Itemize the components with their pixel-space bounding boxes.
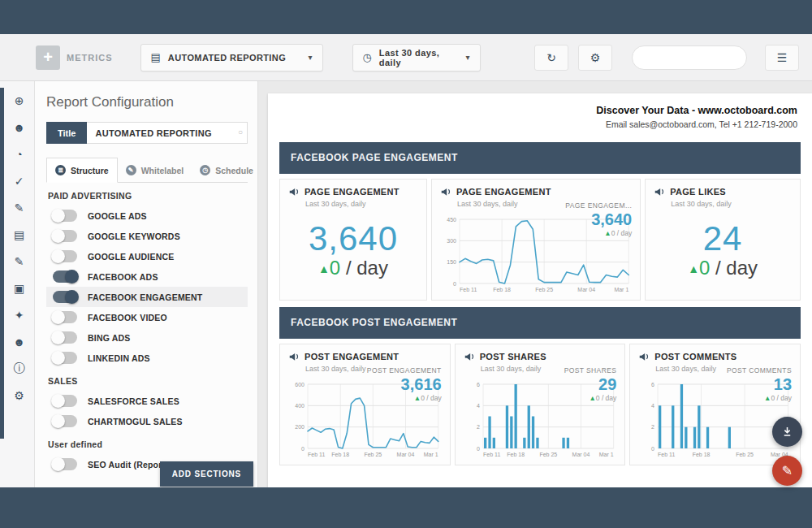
svg-text:Mar 1: Mar 1 [424, 452, 438, 457]
toggle-row: BING ADS [46, 327, 248, 348]
check-icon[interactable]: ✓ [11, 173, 28, 189]
tab-label: Structure [71, 166, 109, 175]
section-banner-page-engagement: FACEBOOK PAGE ENGAGEMENT [279, 142, 801, 174]
period-select[interactable]: ◷ Last 30 days, daily ▾ [352, 44, 481, 71]
toggle-switch[interactable] [53, 291, 77, 303]
contact-line: Email sales@octoboard.com, Tel +1 212-71… [283, 119, 797, 129]
svg-text:Feb 18: Feb 18 [331, 452, 349, 457]
tab-structure[interactable]: ≣Structure [46, 158, 118, 183]
metrics-label: METRICS [67, 53, 113, 63]
svg-text:6: 6 [477, 382, 480, 387]
briefcase-icon[interactable]: ▣ [11, 280, 28, 296]
toggle-switch[interactable] [53, 352, 77, 364]
svg-text:Mar 04: Mar 04 [572, 452, 590, 457]
left-icon-rail: ⊕☻◔✓✎▤✎▣✦☻ⓘ⚙ [0, 81, 35, 487]
section-heading: User defined [48, 439, 248, 449]
svg-text:Feb 11: Feb 11 [483, 452, 500, 457]
clipboard-icon[interactable]: ▤ [11, 227, 28, 243]
brush-icon[interactable]: ✦ [11, 307, 28, 323]
add-metrics-button[interactable]: + METRICS [36, 45, 113, 70]
toggle-label: GOOGLE ADS [88, 211, 147, 221]
report-select[interactable]: ▤ AUTOMATED REPORTING ▾ [140, 44, 323, 71]
toggle-switch[interactable] [53, 331, 77, 344]
users-icon[interactable]: ☻ [11, 119, 28, 136]
edit-report-button[interactable]: ✎ [772, 456, 802, 486]
toggle-switch[interactable] [53, 311, 77, 323]
toggle-switch[interactable] [53, 210, 77, 222]
card-title: POST ENGAGEMENT [304, 352, 399, 361]
card-post-comments-chart: POST COMMENTS Last 30 days, daily POST C… [629, 344, 801, 465]
toggle-label: GOOGLE AUDIENCE [88, 252, 174, 262]
top-navigation-bar [0, 0, 812, 34]
toggle-switch[interactable] [53, 458, 77, 470]
pencil-icon: ✎ [782, 463, 793, 478]
toggle-row: LINKEDIN ADS [46, 348, 248, 368]
info-icon[interactable]: ⓘ [11, 361, 28, 377]
period-select-value: Last 30 days, daily [379, 48, 445, 67]
gauge-icon[interactable]: ◔ [11, 146, 28, 162]
svg-text:600: 600 [295, 382, 304, 387]
svg-text:450: 450 [447, 217, 456, 223]
tab-schedule[interactable]: ◷Schedule [192, 158, 261, 183]
toggle-label: SALESFORCE SALES [88, 396, 179, 406]
profile-icon[interactable]: ☻ [11, 334, 28, 350]
svg-text:4: 4 [651, 403, 654, 409]
toggle-row: GOOGLE KEYWORDS [46, 226, 248, 246]
svg-text:Feb 25: Feb 25 [736, 452, 754, 457]
tab-whitelabel[interactable]: ✎Whitelabel [118, 158, 192, 183]
card-title: POST SHARES [480, 352, 546, 361]
toggle-switch[interactable] [53, 230, 77, 242]
globe-icon[interactable]: ⊕ [11, 93, 28, 109]
title-label: Title [46, 122, 87, 144]
svg-text:200: 200 [295, 424, 304, 430]
toggle-label: FACEBOOK VIDEO [88, 313, 167, 322]
toggle-label: GOOGLE KEYWORDS [88, 232, 180, 241]
svg-text:2: 2 [651, 424, 654, 430]
svg-text:4: 4 [477, 403, 480, 409]
section-heading: SALES [48, 376, 248, 386]
svg-text:Feb 11: Feb 11 [658, 452, 675, 457]
chart-legend: POST ENGAGEMENT [367, 366, 442, 374]
toggle-switch[interactable] [53, 395, 77, 407]
report-select-value: AUTOMATED REPORTING [168, 53, 286, 63]
app-header: + METRICS ▤ AUTOMATED REPORTING ▾ ◷ Last… [0, 34, 812, 81]
settings-button[interactable]: ⚙ [578, 45, 612, 71]
metric-delta: ▲0 / day [654, 257, 792, 279]
card-subtitle: Last 30 days, daily [305, 200, 418, 208]
toggle-row: FACEBOOK ADS [46, 266, 248, 287]
report-title-input[interactable] [87, 122, 248, 144]
svg-text:6: 6 [651, 382, 654, 387]
menu-button[interactable]: ☰ [765, 45, 799, 71]
add-sections-button[interactable]: ADD SECTIONS [160, 461, 253, 487]
svg-text:Feb 11: Feb 11 [460, 287, 477, 292]
svg-text:Feb 11: Feb 11 [308, 452, 325, 457]
card-page-likes: PAGE LIKES Last 30 days, daily 24 ▲0 / d… [645, 179, 801, 301]
refresh-button[interactable]: ↻ [534, 45, 568, 71]
chart-legend: POST COMMENTS [727, 366, 792, 374]
svg-text:Feb 18: Feb 18 [507, 452, 525, 457]
pencil-icon[interactable]: ✎ [11, 253, 28, 270]
brand-line: Discover Your Data - www.octoboard.com [283, 105, 797, 116]
metric-value: 3,640▲0 / day [591, 210, 632, 237]
svg-text:0: 0 [477, 446, 480, 452]
toggle-row: CHARTMOGUL SALES [46, 411, 248, 431]
card-page-engagement-chart: PAGE ENGAGEMENT Last 30 days, daily PAGE… [431, 179, 641, 301]
hamburger-icon: ☰ [777, 51, 788, 64]
svg-text:Feb 25: Feb 25 [364, 452, 382, 457]
report-configuration-panel: Report Configuration Title ○ ≣Structure✎… [35, 81, 258, 487]
toggle-label: FACEBOOK ADS [88, 272, 158, 282]
download-report-button[interactable] [772, 417, 802, 447]
up-arrow-icon: ▲ [604, 229, 611, 237]
toggle-switch[interactable] [53, 250, 77, 262]
svg-text:150: 150 [447, 259, 456, 265]
up-arrow-icon: ▲ [318, 262, 330, 275]
chart-legend: PAGE ENGAGEM... [565, 201, 632, 210]
toggle-switch[interactable] [53, 415, 77, 427]
svg-text:Mar 04: Mar 04 [397, 452, 415, 457]
svg-text:2: 2 [477, 424, 480, 430]
search-input[interactable] [632, 45, 747, 70]
settings-icon[interactable]: ⚙ [11, 387, 28, 404]
svg-text:Mar 04: Mar 04 [577, 287, 595, 292]
toggle-switch[interactable] [53, 270, 77, 283]
edit-icon[interactable]: ✎ [11, 200, 28, 216]
